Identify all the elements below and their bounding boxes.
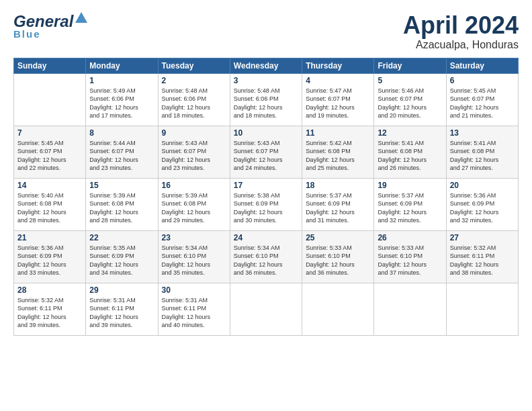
day-number: 5 [378,76,442,85]
calendar-header-tuesday: Tuesday [158,58,230,73]
calendar-cell: 30Sunrise: 5:31 AM Sunset: 6:11 PM Dayli… [158,283,230,335]
day-info: Sunrise: 5:38 AM Sunset: 6:09 PM Dayligh… [234,191,298,225]
day-info: Sunrise: 5:34 AM Sunset: 6:10 PM Dayligh… [234,244,298,277]
calendar-header-wednesday: Wednesday [230,58,302,73]
day-number: 18 [306,181,370,190]
calendar-week-4: 21Sunrise: 5:36 AM Sunset: 6:09 PM Dayli… [14,230,519,283]
day-number: 22 [89,233,154,242]
calendar-cell: 17Sunrise: 5:38 AM Sunset: 6:09 PM Dayli… [230,178,302,230]
day-number: 4 [306,76,370,85]
day-number: 29 [89,285,154,295]
day-number: 30 [162,285,226,295]
day-number: 12 [378,128,442,138]
calendar-cell: 5Sunrise: 5:46 AM Sunset: 6:07 PM Daylig… [374,73,446,126]
calendar-cell: 4Sunrise: 5:47 AM Sunset: 6:07 PM Daylig… [302,73,374,126]
day-info: Sunrise: 5:36 AM Sunset: 6:09 PM Dayligh… [17,244,82,277]
day-info: Sunrise: 5:45 AM Sunset: 6:07 PM Dayligh… [450,87,515,120]
day-number: 26 [378,233,442,242]
calendar-cell: 18Sunrise: 5:37 AM Sunset: 6:09 PM Dayli… [302,178,374,230]
day-number: 10 [234,128,298,138]
day-info: Sunrise: 5:45 AM Sunset: 6:07 PM Dayligh… [17,139,82,173]
day-number: 8 [89,128,154,138]
day-info: Sunrise: 5:41 AM Sunset: 6:08 PM Dayligh… [378,139,442,173]
day-number: 9 [162,128,226,138]
calendar-cell: 10Sunrise: 5:43 AM Sunset: 6:07 PM Dayli… [230,126,302,178]
calendar-cell: 25Sunrise: 5:33 AM Sunset: 6:10 PM Dayli… [302,230,374,283]
calendar-cell: 2Sunrise: 5:48 AM Sunset: 6:06 PM Daylig… [158,73,230,126]
calendar-cell: 11Sunrise: 5:42 AM Sunset: 6:08 PM Dayli… [302,126,374,178]
calendar-header-row: SundayMondayTuesdayWednesdayThursdayFrid… [14,58,519,73]
calendar-cell: 7Sunrise: 5:45 AM Sunset: 6:07 PM Daylig… [14,126,86,178]
day-number: 14 [17,181,82,190]
day-number: 2 [162,76,226,85]
month-title: April 2024 [403,12,519,39]
day-info: Sunrise: 5:48 AM Sunset: 6:06 PM Dayligh… [234,87,298,120]
calendar-cell: 12Sunrise: 5:41 AM Sunset: 6:08 PM Dayli… [374,126,446,178]
day-number: 16 [162,181,226,190]
calendar-header-monday: Monday [86,58,158,73]
calendar-cell: 3Sunrise: 5:48 AM Sunset: 6:06 PM Daylig… [230,73,302,126]
calendar-header-saturday: Saturday [446,58,518,73]
logo-blue: Blue [13,28,41,40]
calendar-cell: 23Sunrise: 5:34 AM Sunset: 6:10 PM Dayli… [158,230,230,283]
svg-marker-0 [75,12,87,23]
logo: General Blue [13,12,87,40]
day-info: Sunrise: 5:41 AM Sunset: 6:08 PM Dayligh… [450,139,515,173]
day-info: Sunrise: 5:32 AM Sunset: 6:11 PM Dayligh… [17,296,82,330]
day-info: Sunrise: 5:35 AM Sunset: 6:09 PM Dayligh… [89,244,154,277]
day-info: Sunrise: 5:37 AM Sunset: 6:09 PM Dayligh… [306,191,370,225]
day-info: Sunrise: 5:33 AM Sunset: 6:10 PM Dayligh… [378,244,442,277]
calendar-cell [374,283,446,335]
calendar-cell: 8Sunrise: 5:44 AM Sunset: 6:07 PM Daylig… [86,126,158,178]
day-info: Sunrise: 5:42 AM Sunset: 6:08 PM Dayligh… [306,139,370,173]
calendar-cell: 16Sunrise: 5:39 AM Sunset: 6:08 PM Dayli… [158,178,230,230]
day-number: 23 [162,233,226,242]
day-number: 21 [17,233,82,242]
calendar-header-thursday: Thursday [302,58,374,73]
day-info: Sunrise: 5:46 AM Sunset: 6:07 PM Dayligh… [378,87,442,120]
calendar-cell: 26Sunrise: 5:33 AM Sunset: 6:10 PM Dayli… [374,230,446,283]
day-number: 25 [306,233,370,242]
day-number: 13 [450,128,515,138]
calendar-cell: 6Sunrise: 5:45 AM Sunset: 6:07 PM Daylig… [446,73,518,126]
day-info: Sunrise: 5:48 AM Sunset: 6:06 PM Dayligh… [162,87,226,120]
day-info: Sunrise: 5:32 AM Sunset: 6:11 PM Dayligh… [450,244,515,277]
calendar-cell: 22Sunrise: 5:35 AM Sunset: 6:09 PM Dayli… [86,230,158,283]
calendar-week-3: 14Sunrise: 5:40 AM Sunset: 6:08 PM Dayli… [14,178,519,230]
day-number: 6 [450,76,515,85]
day-number: 20 [450,181,515,190]
day-info: Sunrise: 5:39 AM Sunset: 6:08 PM Dayligh… [162,191,226,225]
location: Azacualpa, Honduras [403,39,519,51]
calendar-cell: 27Sunrise: 5:32 AM Sunset: 6:11 PM Dayli… [446,230,518,283]
day-number: 11 [306,128,370,138]
day-info: Sunrise: 5:40 AM Sunset: 6:08 PM Dayligh… [17,191,82,225]
calendar-cell: 19Sunrise: 5:37 AM Sunset: 6:09 PM Dayli… [374,178,446,230]
day-number: 19 [378,181,442,190]
day-info: Sunrise: 5:31 AM Sunset: 6:11 PM Dayligh… [162,296,226,330]
calendar-cell: 24Sunrise: 5:34 AM Sunset: 6:10 PM Dayli… [230,230,302,283]
calendar-cell: 14Sunrise: 5:40 AM Sunset: 6:08 PM Dayli… [14,178,86,230]
day-number: 3 [234,76,298,85]
day-info: Sunrise: 5:49 AM Sunset: 6:06 PM Dayligh… [89,87,154,120]
calendar-cell: 21Sunrise: 5:36 AM Sunset: 6:09 PM Dayli… [14,230,86,283]
calendar-cell: 9Sunrise: 5:43 AM Sunset: 6:07 PM Daylig… [158,126,230,178]
day-number: 15 [89,181,154,190]
day-number: 17 [234,181,298,190]
page: General Blue April 2024 Azacualpa, Hondu… [0,0,532,411]
day-number: 24 [234,233,298,242]
day-number: 7 [17,128,82,138]
title-area: April 2024 Azacualpa, Honduras [403,12,519,51]
day-number: 1 [89,76,154,85]
day-info: Sunrise: 5:47 AM Sunset: 6:07 PM Dayligh… [306,87,370,120]
logo-triangle-icon [75,11,87,23]
calendar-week-5: 28Sunrise: 5:32 AM Sunset: 6:11 PM Dayli… [14,283,519,335]
day-info: Sunrise: 5:36 AM Sunset: 6:09 PM Dayligh… [450,191,515,225]
calendar-cell: 1Sunrise: 5:49 AM Sunset: 6:06 PM Daylig… [86,73,158,126]
calendar-cell: 15Sunrise: 5:39 AM Sunset: 6:08 PM Dayli… [86,178,158,230]
calendar-header-friday: Friday [374,58,446,73]
calendar-cell: 28Sunrise: 5:32 AM Sunset: 6:11 PM Dayli… [14,283,86,335]
calendar-table: SundayMondayTuesdayWednesdayThursdayFrid… [13,58,519,336]
calendar-cell [302,283,374,335]
day-info: Sunrise: 5:31 AM Sunset: 6:11 PM Dayligh… [89,296,154,330]
day-info: Sunrise: 5:43 AM Sunset: 6:07 PM Dayligh… [162,139,226,173]
